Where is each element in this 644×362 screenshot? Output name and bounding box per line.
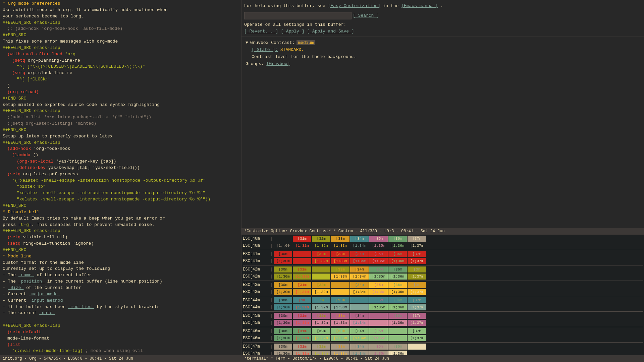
term-cell: [35m <box>369 297 388 303</box>
term-cell: [1;35m <box>369 289 388 295</box>
term-cell: [1;30m <box>274 274 292 280</box>
term-sep: | <box>270 305 273 310</box>
term-cell: [30m <box>274 282 292 288</box>
term-cell: [1;35m <box>369 258 388 264</box>
term-label: ESC[44m <box>243 298 270 303</box>
term-cell <box>350 304 369 310</box>
term-cell: [1;34m <box>350 274 369 280</box>
code-line: ;(add-to-list 'org-latex-packages-alist … <box>7 115 151 120</box>
term-cell: [1;34m <box>350 320 369 326</box>
revert-button[interactable]: [ Revert... ] <box>244 29 278 34</box>
term-cell: [36m <box>388 282 407 288</box>
term-cell: [37m <box>408 236 426 242</box>
code-line: (setq <box>7 172 20 177</box>
term-row-46m-2: ESC[46m | [1;30m [1;31m [1;32m [1;33m [1… <box>243 335 643 342</box>
code-line: (add-hook <box>7 146 31 151</box>
left-status-bar: init.org - Org - 54%/55k - L850:0 - 08:4… <box>0 355 241 362</box>
operate-text: Operate on all settings in this buffer: <box>244 22 346 27</box>
option-label: Gruvbox Contrast: <box>250 40 295 45</box>
option-desc: Contrast level for the theme background. <box>246 54 640 61</box>
term-row-47m-1: ESC[47m | [30m [31m [32m [33m [34m [35m … <box>243 343 643 350</box>
triangle-icon: ▼ <box>246 40 248 45</box>
term-cell <box>331 282 350 288</box>
code-line: "^[ ]*CLOCK:" <box>17 77 51 82</box>
option-value[interactable]: medium <box>297 40 315 45</box>
groups-link[interactable]: [Gruvbox] <box>266 61 290 66</box>
term-label: ESC[40m <box>243 236 270 241</box>
section-star: * Disable bell <box>3 209 39 215</box>
code-line: #+BEGIN_SRC emacs-lisp <box>3 20 60 25</box>
term-cell: [36m <box>388 236 407 242</box>
term-cell: [1;37m <box>408 274 426 280</box>
operate-section: Operate on all settings in this buffer: <box>244 21 641 28</box>
term-cell: [36m <box>388 313 407 319</box>
term-cell: [31m <box>293 266 311 273</box>
term-cell <box>312 274 330 280</box>
term-cell <box>408 344 426 350</box>
term-cell: [1;35m <box>369 274 388 280</box>
term-cell: [1;:00 <box>274 243 292 249</box>
term-cell: [30m <box>274 344 292 350</box>
term-cell: [37m <box>408 328 426 334</box>
term-cell: [1;33m <box>331 335 350 341</box>
left-status-text: init.org - Org - 54%/55k - L850:0 - 08:4… <box>3 356 133 361</box>
code-line: (setq <box>12 58 25 63</box>
term-cell: [33m <box>331 313 350 319</box>
term-label: ESC[42m <box>243 267 270 272</box>
term-label: ESC[41m <box>243 252 270 256</box>
code-line: By default Emacs tries to make a beep wh… <box>3 216 238 222</box>
term-sep: | <box>270 313 273 318</box>
term-cell: [1;32m <box>312 289 330 295</box>
term-label: ESC[42m <box>243 274 270 279</box>
code-line: This fixes some error messages with org-… <box>3 39 238 45</box>
term-cell: [1;36m <box>388 351 407 355</box>
term-cell: [32m <box>312 282 330 288</box>
term-cell <box>331 289 350 295</box>
term-cell: [31m <box>293 236 311 242</box>
code-line: your sentences become too long. <box>3 13 238 20</box>
term-cell: [31m <box>293 328 311 334</box>
apply-button[interactable]: [ Apply ] <box>281 29 304 34</box>
term-label: ESC[45m <box>243 320 270 325</box>
term-cell: [36m <box>388 251 407 257</box>
term-cell: [1;31m <box>293 274 311 280</box>
emacs-manual-link[interactable]: [Emacs manual] <box>401 3 438 8</box>
code-line: (list <box>7 342 20 347</box>
term-sep: | <box>270 290 273 294</box>
term-row-43m-2: ESC[43m | [1;30m [1;31m [1;32m [1;34m [1… <box>243 289 643 295</box>
term-cell: [1;33m <box>331 304 350 310</box>
term-cell: [33m <box>331 328 350 334</box>
search-input[interactable] <box>244 12 352 19</box>
term-cell: [1;37m <box>408 243 426 249</box>
term-cell: [1;35m <box>369 335 388 341</box>
left-pane: * Org mode preferences Use autofill mode… <box>0 0 241 362</box>
term-cell: [34m <box>350 266 369 273</box>
easy-customization-link[interactable]: [Easy Customization] <box>328 3 380 8</box>
term-cell: [33m <box>331 266 350 273</box>
term-cell: [32m <box>312 236 330 242</box>
term-cell: [1;33m <box>331 351 350 355</box>
term-cell: [1;36m <box>388 258 407 264</box>
term-row-46m-1: ESC[46m | [30m [31m [32m [33m [34m [35m … <box>243 328 643 335</box>
term-label: ESC[40m <box>243 243 270 248</box>
term-cell: [1;30m <box>274 335 292 341</box>
option-state: [ State ]: STANDARD. <box>246 47 640 54</box>
term-cell: [1;30m <box>274 320 292 326</box>
term-label: ESC[47m <box>243 351 270 355</box>
right-pane: For help using this buffer, see [Easy Cu… <box>241 0 644 362</box>
apply-save-button[interactable]: [ Apply and Save ] <box>307 29 354 34</box>
code-line: "^[ ]*\\((?:CLOSED\\|DEADLINE\\|SCHEDULE… <box>17 64 145 69</box>
search-button[interactable]: [ Search ] <box>353 13 379 18</box>
code-line: - Current _input method_ <box>3 298 238 304</box>
term-label: ESC[41m <box>243 259 270 263</box>
term-cell: [1;34m <box>350 243 369 249</box>
code-line: #+BEGIN_SRC emacs-lisp <box>3 228 60 233</box>
term-cell: [31m <box>293 282 311 288</box>
state-button[interactable]: [ State ]: <box>252 47 278 52</box>
customize-status-text: *Customize Option: Gruvbox Contrast* * C… <box>244 229 445 234</box>
term-cell: [34m <box>350 344 369 350</box>
groups-label: Groups: <box>246 61 264 66</box>
term-row-44m-1: ESC[44m | [30m [3m [3m [33m [35m [36m [3… <box>243 297 643 304</box>
term-cell: [1;37m <box>408 304 426 310</box>
term-cell: [36m <box>388 266 407 273</box>
